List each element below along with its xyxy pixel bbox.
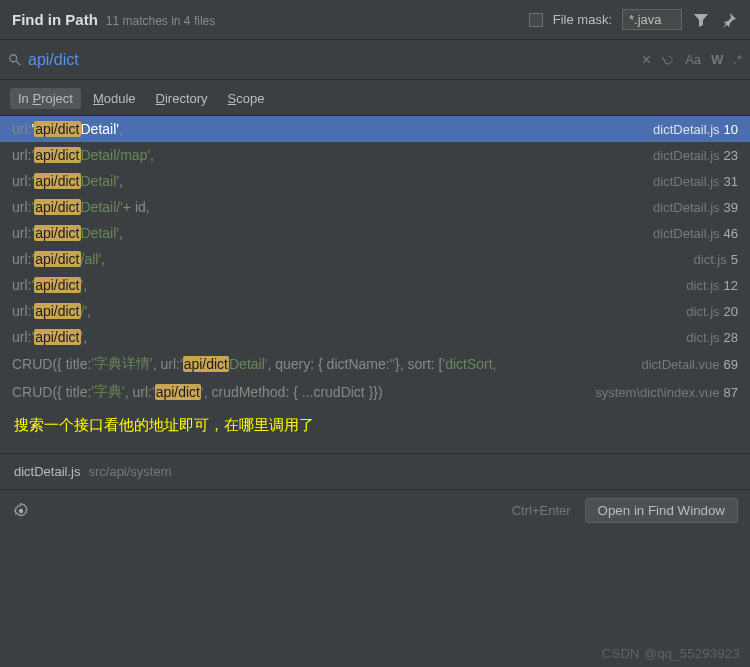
- regex-toggle[interactable]: .*: [733, 52, 742, 67]
- tab-scope[interactable]: Scope: [220, 88, 273, 109]
- search-icon: [8, 53, 22, 67]
- results-list: url: 'api/dictDetail',dictDetail.js10url…: [0, 116, 750, 406]
- whole-word-toggle[interactable]: W: [711, 52, 723, 67]
- result-row[interactable]: url: 'api/dictDetail/' + id,dictDetail.j…: [0, 194, 750, 220]
- annotation-text: 搜索一个接口看他的地址即可，在哪里调用了: [0, 406, 750, 445]
- tab-directory[interactable]: Directory: [148, 88, 216, 109]
- gear-icon[interactable]: [12, 502, 30, 520]
- search-row: × Aa W .*: [0, 40, 750, 80]
- svg-point-0: [10, 54, 17, 61]
- watermark: CSDN @qq_55293923: [602, 646, 740, 661]
- shortcut-hint: Ctrl+Enter: [512, 503, 571, 518]
- tab-module[interactable]: Module: [85, 88, 144, 109]
- preview-file-path: src/api/system: [88, 464, 171, 479]
- tab-inproject[interactable]: In Project: [10, 88, 81, 109]
- match-case-toggle[interactable]: Aa: [685, 52, 701, 67]
- clear-icon[interactable]: ×: [642, 51, 651, 69]
- dialog-header: Find in Path 11 matches in 4 files File …: [0, 0, 750, 40]
- match-count: 11 matches in 4 files: [106, 14, 215, 28]
- result-row[interactable]: CRUD({ title: '字典', url: 'api/dict', cru…: [0, 378, 750, 406]
- filemask-input[interactable]: [622, 9, 682, 30]
- result-row[interactable]: url: 'api/dictDetail',dictDetail.js46: [0, 220, 750, 246]
- pin-icon[interactable]: [720, 11, 738, 29]
- result-row[interactable]: CRUD({ title: '字典详情', url: 'api/dictDeta…: [0, 350, 750, 378]
- result-row[interactable]: url: 'api/dict',dict.js12: [0, 272, 750, 298]
- filemask-checkbox[interactable]: [529, 13, 543, 27]
- result-row[interactable]: url: 'api/dict/',dict.js20: [0, 298, 750, 324]
- scope-tabs: In ProjectModuleDirectoryScope: [0, 80, 750, 116]
- result-row[interactable]: url: 'api/dict/all',dict.js5: [0, 246, 750, 272]
- svg-point-2: [19, 508, 23, 512]
- svg-line-1: [16, 60, 20, 64]
- dialog-title: Find in Path: [12, 11, 98, 28]
- result-row[interactable]: url: 'api/dictDetail',dictDetail.js10: [0, 116, 750, 142]
- search-input[interactable]: [28, 51, 642, 69]
- open-in-find-window-button[interactable]: Open in Find Window: [585, 498, 738, 523]
- dialog-footer: Ctrl+Enter Open in Find Window: [0, 490, 750, 531]
- preview-file-bar: dictDetail.js src/api/system: [0, 454, 750, 490]
- result-row[interactable]: url: 'api/dictDetail/map',dictDetail.js2…: [0, 142, 750, 168]
- history-icon[interactable]: [661, 53, 675, 67]
- preview-file-name: dictDetail.js: [14, 464, 80, 479]
- result-row[interactable]: url: 'api/dictDetail',dictDetail.js31: [0, 168, 750, 194]
- filemask-label: File mask:: [553, 12, 612, 27]
- result-row[interactable]: url: 'api/dict',dict.js28: [0, 324, 750, 350]
- filter-icon[interactable]: [692, 11, 710, 29]
